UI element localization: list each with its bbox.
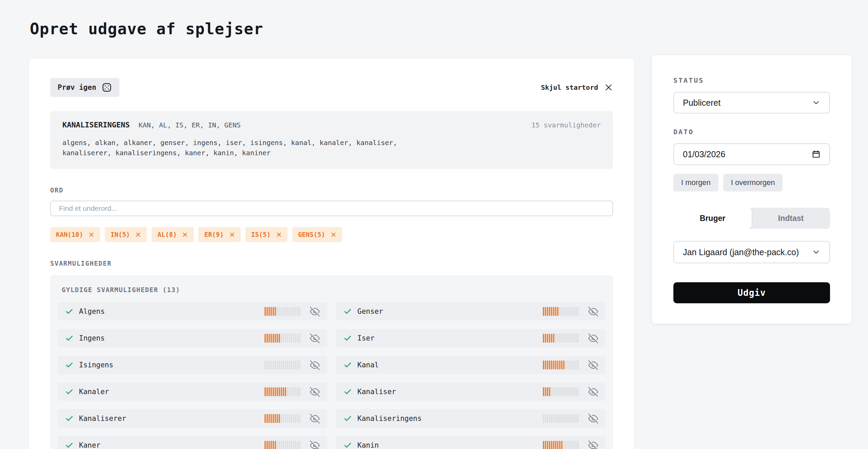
tag-label: AL(8) [157, 231, 177, 238]
tab-bruger[interactable]: Bruger [673, 208, 752, 229]
check-icon [343, 388, 352, 396]
remove-tag-button[interactable] [331, 232, 336, 238]
answer-row: Ingens [58, 329, 327, 347]
close-icon [182, 232, 188, 238]
frequency-bar [543, 307, 579, 316]
page-title: Opret udgave af splejser [30, 20, 263, 38]
close-icon [88, 232, 94, 238]
remove-tag-button[interactable] [229, 232, 235, 238]
check-icon [343, 307, 352, 316]
tag-label: ER(9) [204, 231, 223, 238]
check-icon [65, 361, 74, 369]
answer-row: Kanin [336, 436, 606, 449]
frequency-bar [543, 441, 579, 449]
close-icon [604, 83, 613, 92]
frequency-bar [264, 307, 300, 316]
answer-row: Kaner [58, 436, 327, 449]
tab-indtast[interactable]: Indtast [752, 208, 830, 229]
word-part-tags: KAN(10)IN(5)AL(8)ER(9)IS(5)GENS(5) [50, 227, 613, 242]
frequency-bar [264, 334, 300, 343]
answer-word: Iser [357, 334, 375, 342]
tag-label: IN(5) [111, 231, 130, 238]
answer-word: Kaner [79, 441, 100, 449]
tag-label: GENS(5) [298, 231, 325, 238]
answer-word: Genser [357, 307, 383, 315]
remove-tag-button[interactable] [88, 232, 94, 238]
check-icon [65, 334, 74, 343]
publish-button[interactable]: Udgiv [673, 282, 830, 303]
status-select[interactable]: Publiceret [673, 92, 830, 114]
tag-label: KAN(10) [56, 231, 83, 238]
close-icon [135, 232, 141, 238]
check-icon [65, 414, 74, 423]
answer-row: Kanaler [58, 383, 327, 401]
answer-row: Kanaliseringens [336, 409, 606, 428]
publish-sidebar: STATUS Publiceret DATO 01/03/2026 I morg… [652, 55, 852, 324]
startword-parts: KAN, AL, IS, ER, IN, GENS [139, 121, 241, 129]
remove-tag-button[interactable] [182, 232, 188, 238]
check-icon [343, 361, 352, 369]
check-icon [343, 334, 352, 343]
frequency-bar [543, 334, 579, 343]
answer-row: Kanaliser [336, 383, 606, 401]
remove-tag-button[interactable] [135, 232, 141, 238]
eye-off-icon[interactable] [588, 414, 598, 424]
answer-row: Genser [336, 302, 606, 321]
ord-label: ORD [50, 186, 613, 194]
editor-toolbar: Prøv igen Skjul startord [50, 78, 613, 97]
check-icon [343, 414, 352, 423]
frequency-bar [264, 361, 300, 369]
eye-off-icon[interactable] [588, 360, 598, 370]
word-part-tag: IN(5) [105, 227, 147, 242]
answer-word: Isingens [79, 361, 113, 369]
answer-word: Ingens [79, 334, 105, 342]
eye-off-icon[interactable] [310, 414, 320, 424]
word-part-tag: GENS(5) [292, 227, 342, 242]
check-icon [65, 441, 74, 449]
tomorrow-button[interactable]: I morgen [673, 174, 718, 191]
check-icon [65, 388, 74, 396]
eye-off-icon[interactable] [310, 333, 320, 343]
answer-count: 15 svarmuligheder [531, 121, 601, 129]
status-label: STATUS [673, 76, 830, 84]
frequency-bar [264, 441, 300, 449]
word-part-tag: KAN(10) [50, 227, 100, 242]
chevron-down-icon [812, 248, 821, 257]
eye-off-icon[interactable] [310, 387, 320, 397]
eye-off-icon[interactable] [588, 387, 598, 397]
subword-search-input[interactable] [50, 201, 613, 216]
eye-off-icon[interactable] [310, 307, 320, 317]
answer-row: Kanal [336, 356, 606, 374]
chevron-down-icon [812, 98, 821, 107]
answer-word: Kanaliserer [79, 414, 126, 423]
eye-off-icon[interactable] [588, 333, 598, 343]
tag-label: IS(5) [251, 231, 271, 238]
answer-word: Kanaliser [357, 388, 396, 396]
remove-tag-button[interactable] [276, 232, 282, 238]
eye-off-icon[interactable] [588, 307, 598, 317]
eye-off-icon[interactable] [310, 360, 320, 370]
subword-list: algens, alkan, alkaner, genser, ingens, … [62, 138, 422, 158]
frequency-bar [264, 414, 300, 423]
eye-off-icon[interactable] [310, 441, 320, 449]
startword-text: KANALISERINGENS [62, 121, 130, 129]
date-label: DATO [673, 128, 830, 136]
date-input-value: 01/03/2026 [683, 149, 812, 159]
date-input[interactable]: 01/03/2026 [673, 143, 830, 165]
answer-word: Algens [79, 307, 105, 315]
answers-panel: GYLDIGE SVARMULIGHEDER (13) AlgensIngens… [50, 275, 613, 449]
close-icon [331, 232, 336, 238]
eye-off-icon[interactable] [588, 441, 598, 449]
retry-button[interactable]: Prøv igen [50, 78, 119, 97]
frequency-bar [543, 361, 579, 369]
editor-card: Prøv igen Skjul startord [29, 58, 634, 449]
valid-answers-heading: GYLDIGE SVARMULIGHEDER (13) [62, 286, 606, 293]
user-select[interactable]: Jan Ligaard (jan@the-pack.co) [673, 241, 830, 263]
day-after-tomorrow-button[interactable]: I overmorgen [723, 174, 783, 191]
hide-startword-button[interactable]: Skjul startord [541, 83, 613, 92]
frequency-bar [264, 387, 300, 396]
answer-word: Kanal [357, 361, 379, 369]
dice-icon [102, 82, 112, 93]
status-select-value: Publiceret [683, 98, 812, 108]
check-icon [343, 441, 352, 449]
